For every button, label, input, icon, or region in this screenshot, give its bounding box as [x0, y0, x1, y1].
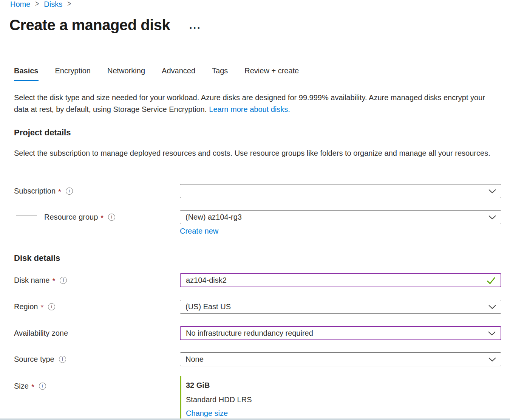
region-label: Region * i	[14, 302, 55, 311]
size-accent-bar	[180, 376, 181, 420]
create-managed-disk-page: Home > Disks > Create a managed disk ...…	[0, 0, 510, 420]
create-new-link[interactable]: Create new	[180, 227, 218, 236]
source-type-label-text: Source type	[14, 355, 54, 364]
more-options-icon[interactable]: ...	[189, 20, 201, 31]
availability-zone-value: No infrastructure redundancy required	[186, 329, 313, 338]
required-asterisk: *	[31, 382, 34, 391]
region-value: (US) East US	[185, 302, 231, 311]
breadcrumb-separator-icon: >	[67, 0, 71, 10]
region-dropdown[interactable]: (US) East US	[180, 300, 501, 314]
chevron-down-icon	[488, 305, 496, 309]
chevron-down-icon	[488, 357, 496, 361]
subscription-label-text: Subscription	[14, 186, 56, 195]
tab-basics[interactable]: Basics	[14, 67, 39, 81]
availability-zone-dropdown[interactable]: No infrastructure redundancy required	[180, 326, 501, 340]
required-asterisk: *	[58, 187, 61, 196]
resource-group-label-text: Resource group	[44, 212, 98, 222]
breadcrumb: Home > Disks >	[10, 0, 71, 9]
source-type-label: Source type i	[14, 355, 66, 364]
info-icon[interactable]: i	[39, 383, 46, 390]
intro-paragraph: Select the disk type and size needed for…	[14, 92, 499, 115]
size-sku: Standard HDD LRS	[186, 395, 252, 404]
required-asterisk: *	[40, 303, 43, 312]
subscription-label: Subscription * i	[14, 186, 73, 195]
resource-group-label: Resource group * i	[44, 212, 115, 222]
project-details-heading: Project details	[14, 128, 71, 138]
tab-networking[interactable]: Networking	[107, 67, 145, 81]
disk-name-input[interactable]	[186, 274, 484, 287]
tab-tags[interactable]: Tags	[212, 67, 228, 81]
resource-group-dropdown[interactable]: (New) az104-rg3	[180, 210, 501, 224]
bottom-edge-divider	[0, 418, 510, 420]
disk-name-label: Disk name * i	[14, 276, 67, 285]
breadcrumb-home-link[interactable]: Home	[10, 0, 30, 9]
subscription-dropdown[interactable]	[180, 184, 501, 198]
resource-group-value: (New) az104-rg3	[185, 213, 242, 222]
availability-zone-label: Availability zone	[14, 329, 68, 338]
breadcrumb-separator-icon: >	[35, 0, 39, 10]
info-icon[interactable]: i	[108, 214, 115, 221]
region-label-text: Region	[14, 302, 38, 311]
tab-review-create[interactable]: Review + create	[244, 67, 299, 81]
chevron-down-icon	[488, 189, 496, 193]
info-icon[interactable]: i	[59, 356, 66, 363]
size-value: 32 GiB	[186, 381, 210, 390]
required-asterisk: *	[100, 213, 104, 222]
tab-advanced[interactable]: Advanced	[162, 67, 195, 81]
size-label: Size * i	[14, 381, 46, 391]
info-icon[interactable]: i	[60, 277, 67, 284]
source-type-dropdown[interactable]: None	[180, 352, 501, 366]
project-details-description: Select the subscription to manage deploy…	[14, 147, 494, 159]
learn-more-link[interactable]: Learn more about disks.	[209, 105, 290, 113]
size-label-text: Size	[14, 381, 29, 391]
chevron-down-icon	[488, 331, 496, 335]
required-asterisk: *	[52, 276, 55, 285]
parent-child-connector-line	[16, 201, 37, 216]
valid-check-icon	[487, 277, 496, 284]
info-icon[interactable]: i	[48, 303, 55, 310]
tab-encryption[interactable]: Encryption	[55, 67, 91, 81]
disk-name-field	[180, 273, 501, 287]
tab-bar: Basics Encryption Networking Advanced Ta…	[14, 67, 299, 81]
disk-details-heading: Disk details	[14, 253, 60, 263]
breadcrumb-disks-link[interactable]: Disks	[44, 0, 62, 9]
page-title: Create a managed disk	[9, 17, 170, 34]
source-type-value: None	[185, 355, 204, 364]
chevron-down-icon	[488, 215, 496, 219]
disk-name-label-text: Disk name	[14, 276, 49, 285]
availability-zone-label-text: Availability zone	[14, 329, 68, 338]
change-size-link[interactable]: Change size	[186, 409, 228, 418]
info-icon[interactable]: i	[66, 188, 73, 195]
